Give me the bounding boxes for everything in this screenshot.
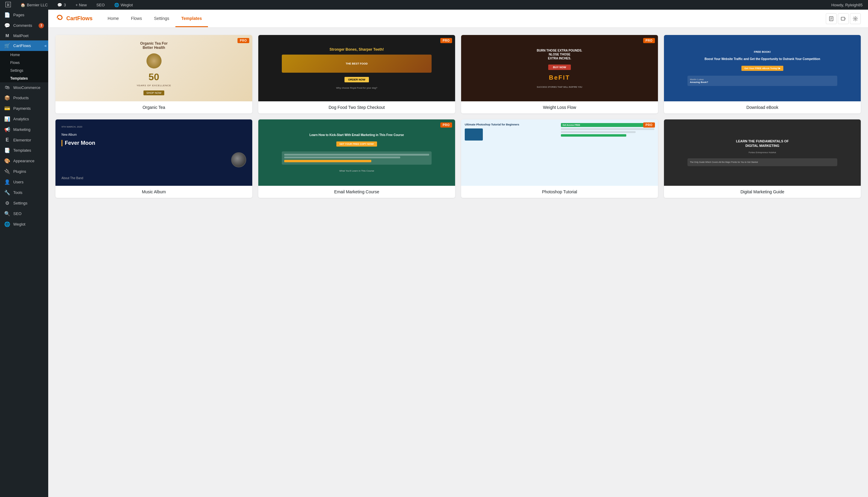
sidebar-item-users[interactable]: 👤 Users (0, 177, 48, 187)
template-card-music[interactable]: 9TH MARCH, 2020 New Album Fever Moon Abo… (56, 119, 252, 198)
sidebar-item-appearance[interactable]: 🎨 Appearance (0, 156, 48, 166)
pro-badge: PRO (237, 38, 249, 43)
template-card-weight-loss[interactable]: BURN THOSE EXTRA POUNDS.NLOSE THOSEEXTRA… (461, 35, 658, 113)
template-thumb-weight-loss: BURN THOSE EXTRA POUNDS.NLOSE THOSEEXTRA… (461, 35, 658, 101)
tools-icon: 🔧 (4, 190, 10, 196)
cf-nav-templates[interactable]: Templates (175, 11, 208, 27)
pro-badge: PRO (440, 123, 452, 128)
admin-sidebar: 📄 Pages 💬 Comments 3 M MailPoet 🛒 CartFl… (0, 10, 48, 497)
adminbar-comments[interactable]: 💬 3 (55, 0, 68, 10)
cartflows-nav: Home Flows Settings Templates (102, 11, 826, 27)
adminbar-wp-logo[interactable]: 🅆 (3, 0, 13, 10)
template-thumb-organic-tea: Organic Tea ForBetter Health 50 YEARS OF… (56, 35, 252, 101)
sidebar-item-analytics[interactable]: 📊 Analytics (0, 114, 48, 124)
cf-nav-home[interactable]: Home (102, 11, 125, 27)
analytics-icon: 📊 (4, 116, 10, 122)
templates-container: Organic Tea ForBetter Health 50 YEARS OF… (48, 28, 868, 205)
products-icon: 📦 (4, 95, 10, 101)
marketing-icon: 📢 (4, 127, 10, 132)
template-card-ebook[interactable]: FREE BOOK! Boost Your Website Traffic an… (664, 35, 861, 113)
pro-badge: PRO (643, 123, 655, 128)
cartflows-logo: CartFlows (56, 14, 92, 24)
cf-header-icons (826, 13, 861, 24)
template-thumb-photoshop: Ultimate Photoshop Tutorial for Beginner… (461, 119, 658, 186)
sidebar-item-marketing[interactable]: 📢 Marketing (0, 124, 48, 135)
cartflows-submenu: Home Flows Settings Templates (0, 51, 48, 82)
seo-icon: 🔍 (4, 211, 10, 216)
woocommerce-icon: 🛍 (4, 85, 10, 90)
adminbar-user[interactable]: Howdy, Ryleigh85 (829, 0, 865, 10)
template-thumb-digital-marketing: LEARN THE FUNDAMENTALS OFDIGITAL MARKETI… (664, 119, 861, 186)
cf-logo-icon (56, 14, 64, 24)
template-card-dog-food[interactable]: Stronger Bones, Sharper Teeth! THE BEST … (258, 35, 455, 113)
comments-icon: 💬 (4, 23, 10, 28)
svg-marker-6 (845, 18, 846, 19)
cartflows-icon: 🛒 (4, 43, 10, 48)
template-thumb-dog-food: Stronger Bones, Sharper Teeth! THE BEST … (258, 35, 455, 101)
sidebar-item-plugins[interactable]: 🔌 Plugins (0, 166, 48, 177)
cf-nav-flows[interactable]: Flows (125, 11, 148, 27)
sidebar-item-products[interactable]: 📦 Products (0, 93, 48, 103)
sidebar-item-weglot[interactable]: 🌐 Weglot (0, 219, 48, 229)
svg-point-7 (855, 18, 856, 19)
template-card-organic-tea[interactable]: Organic Tea ForBetter Health 50 YEARS OF… (56, 35, 252, 113)
template-thumb-ebook: FREE BOOK! Boost Your Website Traffic an… (664, 35, 861, 101)
template-name-weight-loss: Weight Loss Flow (461, 101, 658, 113)
svg-point-0 (58, 18, 59, 19)
admin-bar: 🅆 🏠 Bernier LLC 💬 3 + New SEO 🌐 Weglot H… (0, 0, 868, 10)
payments-icon: 💳 (4, 105, 10, 111)
weglot-icon: 🌐 (114, 3, 119, 7)
template-name-ebook: Download eBook (664, 101, 861, 113)
template-thumb-music: 9TH MARCH, 2020 New Album Fever Moon Abo… (56, 119, 252, 186)
cartflows-header: CartFlows Home Flows Settings Templates (48, 10, 868, 28)
sidebar-item-payments[interactable]: 💳 Payments (0, 103, 48, 114)
sidebar-item-pages[interactable]: 📄 Pages (0, 10, 48, 20)
submenu-item-settings[interactable]: Settings (0, 67, 48, 74)
adminbar-new[interactable]: + New (73, 0, 89, 10)
main-content: CartFlows Home Flows Settings Templates (48, 10, 868, 497)
template-card-email-marketing[interactable]: Learn How to Kick-Start With Email Marke… (258, 119, 455, 198)
sidebar-item-settings[interactable]: ⚙ Settings (0, 198, 48, 208)
sidebar-item-cartflows[interactable]: 🛒 CartFlows (0, 40, 48, 51)
submenu-item-home[interactable]: Home (0, 51, 48, 59)
adminbar-seo[interactable]: SEO (94, 0, 107, 10)
sidebar-item-templates[interactable]: 📑 Templates (0, 145, 48, 156)
template-card-digital-marketing[interactable]: LEARN THE FUNDAMENTALS OFDIGITAL MARKETI… (664, 119, 861, 198)
cf-nav-settings[interactable]: Settings (148, 11, 175, 27)
sidebar-item-seo[interactable]: 🔍 SEO (0, 208, 48, 219)
pro-badge: PRO (440, 38, 452, 43)
sidebar-item-mailpoet[interactable]: M MailPoet (0, 31, 48, 40)
template-name-email-marketing: Email Marketing Course (258, 186, 455, 198)
users-icon: 👤 (4, 179, 10, 185)
submenu-item-templates[interactable]: Templates (0, 74, 48, 82)
template-name-photoshop: Photoshop Tutorial (461, 186, 658, 198)
submenu-item-flows[interactable]: Flows (0, 59, 48, 67)
sidebar-item-woocommerce[interactable]: 🛍 WooCommerce (0, 82, 48, 93)
template-name-dog-food: Dog Food Two Step Checkout (258, 101, 455, 113)
template-thumb-email-marketing: Learn How to Kick-Start With Email Marke… (258, 119, 455, 186)
template-card-photoshop[interactable]: Ultimate Photoshop Tutorial for Beginner… (461, 119, 658, 198)
cf-logo-text: CartFlows (66, 15, 92, 22)
settings-button[interactable] (850, 13, 861, 24)
sidebar-item-comments[interactable]: 💬 Comments 3 (0, 20, 48, 31)
docs-button[interactable] (826, 13, 837, 24)
comments-icon: 💬 (57, 3, 62, 7)
pro-badge: PRO (643, 38, 655, 43)
templates-grid: Organic Tea ForBetter Health 50 YEARS OF… (56, 35, 861, 198)
site-icon: 🏠 (20, 3, 25, 7)
sidebar-item-elementor[interactable]: E Elementor (0, 135, 48, 145)
pages-icon: 📄 (4, 12, 10, 18)
templates-icon: 📑 (4, 147, 10, 153)
svg-rect-5 (841, 17, 845, 20)
adminbar-weglot[interactable]: 🌐 Weglot (112, 0, 135, 10)
elementor-icon: E (4, 137, 10, 143)
sidebar-item-tools[interactable]: 🔧 Tools (0, 187, 48, 198)
video-button[interactable] (838, 13, 849, 24)
mailpoet-icon: M (4, 33, 10, 38)
plugins-icon: 🔌 (4, 169, 10, 174)
template-name-music: Music Album (56, 186, 252, 198)
template-name-digital-marketing: Digital Marketing Guide (664, 186, 861, 198)
adminbar-site-name[interactable]: 🏠 Bernier LLC (18, 0, 50, 10)
weglot-icon: 🌐 (4, 221, 10, 227)
template-name-organic-tea: Organic Tea (56, 101, 252, 113)
